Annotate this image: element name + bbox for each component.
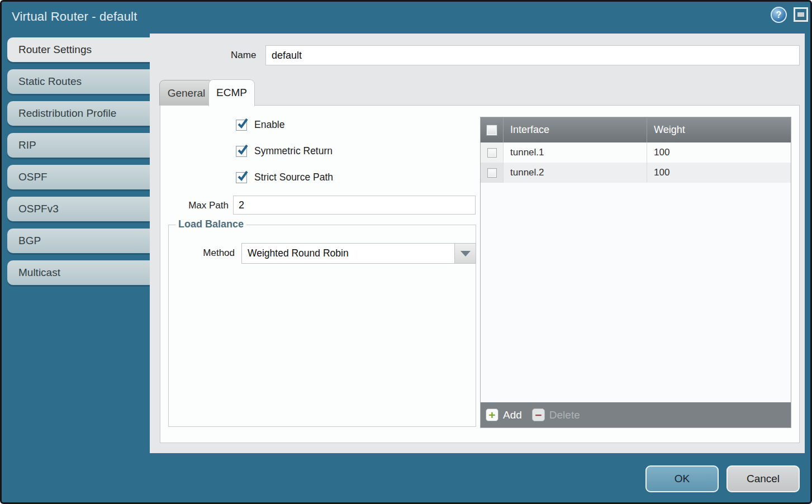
add-button[interactable]: + Add bbox=[486, 408, 522, 421]
chevron-down-icon bbox=[460, 251, 471, 256]
method-dropdown-button[interactable] bbox=[454, 244, 476, 263]
sidebar-item-bgp[interactable]: BGP bbox=[7, 229, 150, 253]
enable-label: Enable bbox=[254, 119, 285, 131]
table-row[interactable]: tunnel.2 100 bbox=[481, 163, 791, 183]
add-button-label: Add bbox=[503, 409, 522, 421]
interface-cell: tunnel.1 bbox=[503, 142, 647, 163]
ecmp-tab-content: Enable Symmetric Return Strict Source Pa… bbox=[160, 105, 800, 443]
row-select-cell bbox=[481, 163, 503, 183]
check-icon bbox=[237, 118, 249, 131]
enable-checkbox[interactable] bbox=[236, 120, 247, 131]
select-all-cell bbox=[481, 117, 503, 142]
table-row[interactable]: tunnel.1 100 bbox=[481, 142, 791, 163]
ok-button[interactable]: OK bbox=[645, 465, 719, 492]
help-icon[interactable]: ? bbox=[771, 7, 787, 23]
sidebar-item-rip[interactable]: RIP bbox=[7, 133, 150, 158]
main-panel: Name General ECMP Enable Symmetric Retur… bbox=[150, 34, 805, 453]
sidebar-item-redistribution-profile[interactable]: Redistribution Profile bbox=[7, 101, 150, 126]
sidebar-item-router-settings[interactable]: Router Settings bbox=[7, 37, 150, 62]
load-balance-legend: Load Balance bbox=[175, 218, 246, 230]
method-dropdown-value: Weighted Round Robin bbox=[242, 244, 454, 263]
symmetric-return-label: Symmetric Return bbox=[254, 145, 333, 157]
sidebar-nav: Router Settings Static Routes Redistribu… bbox=[7, 37, 150, 292]
weight-cell: 100 bbox=[647, 142, 791, 163]
method-dropdown[interactable]: Weighted Round Robin bbox=[241, 243, 476, 264]
max-path-input[interactable] bbox=[233, 196, 476, 215]
row-checkbox[interactable] bbox=[487, 148, 497, 158]
minus-icon: − bbox=[532, 408, 545, 421]
load-balance-fieldset: Load Balance Method Weighted Round Robin bbox=[168, 225, 476, 427]
restore-window-icon[interactable] bbox=[794, 7, 808, 22]
strict-source-path-checkbox-row: Strict Source Path bbox=[236, 172, 333, 183]
max-path-label: Max Path bbox=[160, 200, 229, 211]
check-icon bbox=[237, 170, 249, 184]
help-glyph: ? bbox=[776, 10, 782, 20]
enable-checkbox-row: Enable bbox=[236, 119, 285, 131]
table-empty-area bbox=[481, 183, 791, 402]
sidebar-item-ospfv3[interactable]: OSPFv3 bbox=[7, 197, 150, 221]
strict-source-path-label: Strict Source Path bbox=[254, 172, 333, 183]
select-all-checkbox[interactable] bbox=[486, 125, 497, 136]
row-checkbox[interactable] bbox=[487, 168, 497, 178]
cancel-button[interactable]: Cancel bbox=[726, 465, 800, 492]
name-input[interactable] bbox=[265, 45, 800, 65]
sidebar-item-static-routes[interactable]: Static Routes bbox=[7, 69, 150, 94]
tab-general[interactable]: General bbox=[159, 80, 213, 106]
method-label: Method bbox=[189, 248, 235, 259]
virtual-router-dialog: Virtual Router - default ? Router Settin… bbox=[0, 0, 812, 504]
symmetric-return-checkbox-row: Symmetric Return bbox=[236, 145, 333, 157]
interface-column-header[interactable]: Interface bbox=[503, 117, 647, 142]
weight-column-header[interactable]: Weight bbox=[647, 117, 791, 142]
row-select-cell bbox=[481, 142, 503, 163]
titlebar: Virtual Router - default ? bbox=[2, 2, 810, 34]
sidebar-item-ospf[interactable]: OSPF bbox=[7, 165, 150, 189]
delete-button[interactable]: − Delete bbox=[532, 408, 580, 421]
delete-button-label: Delete bbox=[549, 409, 580, 421]
interface-cell: tunnel.2 bbox=[503, 163, 647, 183]
name-label: Name bbox=[231, 50, 256, 61]
interface-table: Interface Weight tunnel.1 100 tunnel.2 1… bbox=[480, 117, 791, 428]
sidebar-item-multicast[interactable]: Multicast bbox=[7, 260, 150, 285]
check-icon bbox=[237, 144, 249, 158]
table-header-row: Interface Weight bbox=[481, 117, 791, 142]
restore-inner-rect bbox=[797, 12, 804, 17]
weight-cell: 100 bbox=[647, 163, 791, 183]
strict-source-path-checkbox[interactable] bbox=[236, 172, 247, 183]
table-footer: + Add − Delete bbox=[481, 402, 791, 427]
dialog-title: Virtual Router - default bbox=[12, 9, 137, 24]
symmetric-return-checkbox[interactable] bbox=[236, 146, 247, 157]
plus-icon: + bbox=[486, 408, 498, 421]
tab-ecmp[interactable]: ECMP bbox=[208, 79, 255, 106]
